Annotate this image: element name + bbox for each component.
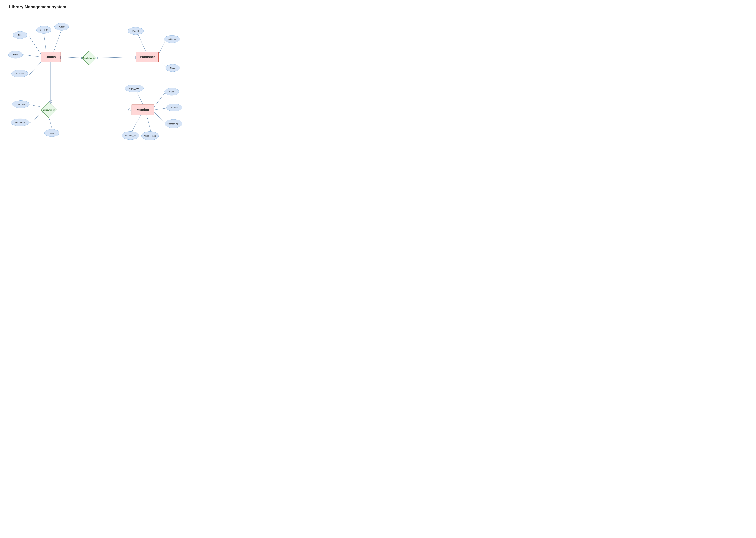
attribute-name-pub: Name xyxy=(165,64,180,72)
svg-line-20 xyxy=(147,115,151,132)
entity-member[interactable]: Member xyxy=(132,104,154,115)
svg-line-16 xyxy=(154,92,165,107)
svg-line-1 xyxy=(54,30,61,52)
svg-line-6 xyxy=(94,57,136,58)
svg-line-4 xyxy=(30,62,41,75)
attribute-price: Price xyxy=(8,51,23,58)
attribute-issue: Issue xyxy=(44,129,59,137)
attribute-member-type: Member_type xyxy=(165,119,182,128)
attribute-due-date: Due date xyxy=(12,100,30,108)
svg-line-0 xyxy=(44,33,46,52)
attribute-address-pub: Address xyxy=(164,35,180,43)
svg-line-19 xyxy=(132,115,141,132)
svg-point-30 xyxy=(129,109,131,111)
attribute-pub-id: Pub_ID xyxy=(128,27,144,35)
attribute-title: Titile xyxy=(13,31,27,39)
attribute-available: Available xyxy=(11,70,28,77)
attribute-name-mem: Name xyxy=(164,88,179,95)
svg-line-3 xyxy=(24,55,41,57)
attribute-return-date: Return date xyxy=(11,119,30,126)
attribute-address-mem: Address xyxy=(166,104,182,111)
relationship-borrowed-by[interactable]: Borrowed by xyxy=(41,102,57,118)
page-title: Library Management system xyxy=(0,0,197,9)
svg-line-12 xyxy=(30,105,43,107)
svg-line-17 xyxy=(154,108,168,110)
attribute-member-id: Member_ID xyxy=(122,132,139,140)
diagram: Books Publisher Member Published by Borr… xyxy=(0,11,197,141)
svg-line-7 xyxy=(137,32,146,52)
entity-publisher[interactable]: Publisher xyxy=(136,52,159,62)
relationship-published-by[interactable]: Published by xyxy=(82,51,97,66)
attribute-expiry-date: Expiry_date xyxy=(125,84,144,92)
svg-line-18 xyxy=(154,112,166,124)
svg-line-8 xyxy=(159,40,165,54)
entity-books[interactable]: Books xyxy=(41,52,60,62)
attribute-member-date: Member_date xyxy=(141,132,159,140)
svg-line-5 xyxy=(60,57,84,58)
svg-line-2 xyxy=(29,36,41,54)
svg-point-29 xyxy=(49,100,52,103)
attribute-author: Author xyxy=(54,23,69,30)
svg-line-13 xyxy=(30,112,43,123)
attribute-book-id: Book_ID xyxy=(36,26,51,33)
